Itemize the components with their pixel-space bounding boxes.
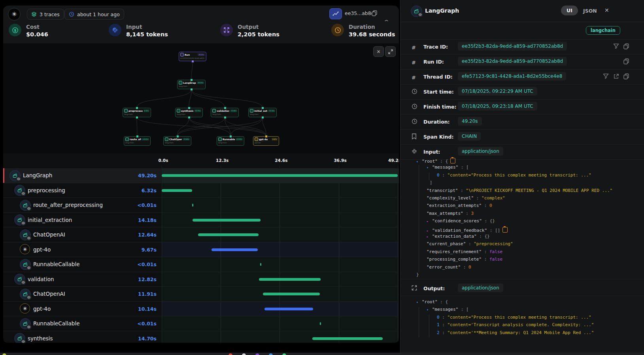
taskbar-app-icon[interactable] [2,353,6,355]
node-duration-badge: 9.67s [272,138,278,141]
timeline-row[interactable]: ✳gpt-4o10.14s [3,302,399,317]
timeline-row[interactable]: validation12.82s [3,272,399,287]
field-value[interactable]: efe57123-9c81-4428-ada1-8d2e55bce4e8 [458,72,566,81]
node-duration-badge: 12.82s [230,109,237,112]
arrows-out-icon [220,24,233,36]
duration-bar [260,263,261,266]
copy-icon[interactable] [623,43,629,49]
row-name: synthesis [28,335,53,342]
timeline-row[interactable]: preprocessing6.32s [3,183,399,198]
axis-tick-label: 24.6s [273,158,289,163]
arrows-out-icon [412,285,417,291]
field-value[interactable]: 07/18/2025, 09:23:18 AM UTC [458,102,537,111]
langchain-tag[interactable]: langchain [586,26,620,35]
collapse-arrow-icon[interactable]: ▾ [427,308,432,312]
field-value[interactable]: ee35f2b3-82da-9edd-a859-ad770852ab8d [458,42,567,51]
collapse-arrow-icon[interactable]: ▾ [416,301,422,304]
json-line: "max_attempts" : 3 [427,211,474,216]
trace-chart-button[interactable] [329,8,342,19]
timeline-row[interactable]: LangGraph49.20s [3,168,399,183]
collapse-arrow-icon[interactable]: ▾ [416,160,422,163]
taskbar-app-icon[interactable] [255,353,259,355]
field-value[interactable]: application/json [458,147,503,156]
copy-icon[interactable] [623,58,629,64]
node-subtitle: langchain [125,142,149,144]
field-value[interactable]: ee35f2b3-82da-9edd-a859-ad770852ab8d [458,57,567,66]
copy-icon[interactable] [372,10,377,16]
taskbar-app-icon[interactable] [229,353,232,355]
external-icon[interactable] [613,73,619,79]
taskbar-app-icon[interactable] [242,353,246,355]
field-value[interactable]: application/json [458,284,503,292]
hash-icon: # [412,58,416,66]
row-name: preprocessing [28,187,65,193]
axis-tick-label: 36.9s [332,158,348,163]
row-name: RunnableCallable [33,261,79,267]
field-value[interactable]: 49.20s [458,117,482,126]
taskbar-app-icon[interactable] [269,353,273,355]
graph-expand-button[interactable] [385,46,396,57]
node-handle [229,135,232,138]
row-name: route_after_preprocessing [33,202,103,208]
timeline-row[interactable]: RunnableCallable<0.01s [3,257,399,272]
collapse-chevron-icon[interactable]: ⌃ [383,19,390,25]
row-track [162,316,399,331]
json-line: ▸"confidence_scores" : {} [427,218,495,224]
field-row-starttime: Start time:07/18/2025, 09:22:29 AM UTC [400,85,644,100]
node-name: initial_extracti... [254,109,267,112]
copy-json-icon[interactable] [502,227,508,233]
node-icon [179,81,182,85]
tree-guide [429,315,429,338]
expand-arrow-icon[interactable]: ▸ [427,220,432,223]
node-icon [180,53,184,56]
json-line: ] [430,180,432,185]
close-panel-icon[interactable]: ✕ [604,7,609,13]
node-duration-badge: <0.01s [142,138,149,141]
row-duration: 9.67s [124,247,157,253]
trace-graph-panel: Run49.20see35f2b3-82da-9edd-a859-ad77085… [3,43,399,153]
node-handle [265,135,268,138]
row-name: LangGraph [23,172,52,178]
row-duration: 6.32s [124,188,157,193]
copy-icon[interactable] [623,73,629,79]
timeline-row[interactable]: ChatOpenAI12.64s [3,227,399,242]
tab-json[interactable]: JSON [583,8,597,14]
timeline-row[interactable]: RunnableCallable<0.01s [3,316,399,331]
langchain-icon [14,214,25,225]
timeline-row[interactable]: ChatOpenAI11.91s [3,287,399,302]
row-track [162,183,399,198]
traces-count-badge[interactable]: 3 traces [27,9,64,20]
arrows-in-icon [412,148,417,154]
row-name: RunnableCallable [33,320,79,327]
os-taskbar[interactable] [0,353,644,355]
taskbar-app-icon[interactable] [282,353,286,355]
axis-tick-label: 0.0s [155,158,171,163]
filter-icon[interactable] [613,43,619,49]
field-row-runid: #Run ID:ee35f2b3-82da-9edd-a859-ad770852… [400,54,644,69]
field-label: Output: [423,286,445,291]
metrics-row: $Cost$0.046Input8,145 tokensOutput2,205 … [3,22,399,43]
openai-logo-icon: ✳ [8,8,21,21]
collapse-arrow-icon[interactable]: ▾ [427,166,432,169]
field-value[interactable]: 07/18/2025, 09:22:29 AM UTC [458,87,537,96]
tab-ui[interactable]: UI [561,6,578,15]
graph-close-button[interactable]: ✕ [373,46,384,57]
duration-bar [162,174,398,177]
duration-bar [320,322,321,325]
row-duration: 11.91s [124,291,157,297]
timeline-row[interactable]: route_after_preprocessing<0.01s [3,198,399,213]
json-line: ▸"extraction_data" : {} [427,234,490,239]
field-value[interactable]: CHAIN [458,132,481,141]
timeline-row[interactable]: synthesis14.70s [3,331,399,343]
json-line: 1 : "content='Transcript analysis comple… [437,322,594,327]
node-handle [188,116,191,119]
copy-json-icon[interactable] [450,158,455,163]
timeline-row[interactable]: ✳gpt-4o9.67s [3,242,399,257]
langchain-icon [9,170,21,181]
expand-arrow-icon[interactable]: ▸ [427,235,432,239]
clock-icon [331,24,344,36]
expand-arrow-icon[interactable]: ▸ [427,229,432,233]
timeline-row[interactable]: initial_extraction14.18s [3,213,399,228]
node-handle [188,107,191,109]
filter-icon[interactable] [603,73,609,79]
